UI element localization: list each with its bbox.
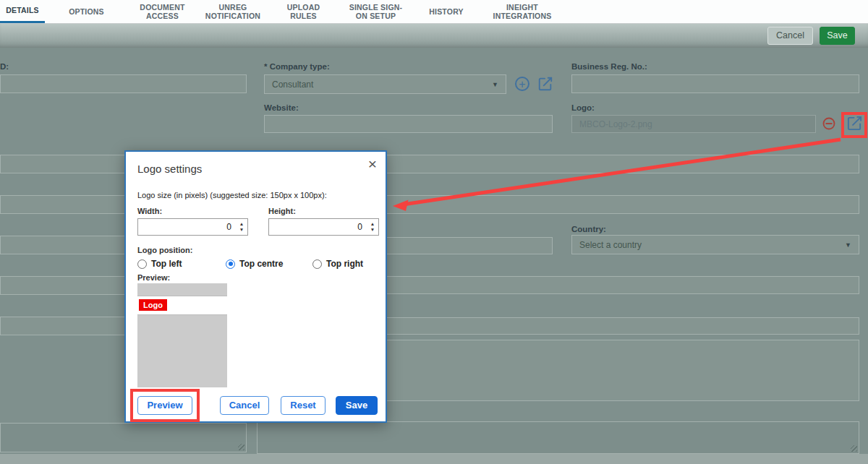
country-select[interactable]: Select a country ▼	[571, 235, 859, 254]
company-type-label: * Company type:	[264, 62, 330, 71]
radio-top-right[interactable]: Top right	[312, 259, 363, 269]
tab-options[interactable]: OPTIONS	[45, 0, 128, 23]
tab-history[interactable]: HISTORY	[414, 0, 479, 23]
left-textarea[interactable]	[0, 423, 247, 452]
logo-badge: Logo	[139, 299, 167, 311]
tab-bar: DETAILS OPTIONS DOCUMENT ACCESS UNREG NO…	[0, 0, 868, 24]
radio-circle-icon	[137, 259, 147, 269]
tab-ineight-integrations[interactable]: INEIGHT INTEGRATIONS	[479, 0, 566, 23]
logo-filename-value: MBCO-Logo-2.png	[579, 119, 652, 129]
dialog-title: Logo settings	[137, 163, 202, 175]
logo-size-label: Logo size (in pixels) (suggested size: 1…	[137, 191, 327, 199]
chevron-down-icon: ▼	[492, 81, 498, 88]
website-label: Website:	[264, 103, 299, 112]
page-toolbar: Cancel Save	[0, 24, 868, 48]
tab-document-access[interactable]: DOCUMENT ACCESS	[128, 0, 197, 23]
logo-settings-dialog: Logo settings × Logo size (in pixels) (s…	[124, 150, 387, 423]
preview-label: Preview:	[137, 273, 170, 282]
radio-circle-icon	[312, 259, 322, 269]
radio-label: Top right	[326, 259, 363, 269]
business-reg-input[interactable]	[571, 74, 859, 93]
resize-grip-icon[interactable]	[851, 445, 857, 452]
tab-upload-rules[interactable]: UPLOAD RULES	[269, 0, 338, 23]
remove-logo-icon[interactable]	[822, 116, 836, 131]
partial-field-label: D:	[0, 62, 9, 71]
close-icon[interactable]: ×	[368, 156, 377, 171]
edit-logo-icon[interactable]	[846, 115, 862, 131]
preview-button[interactable]: Preview	[137, 396, 192, 415]
height-spinner-arrows[interactable]: ▲▼	[367, 222, 378, 232]
logo-label: Logo:	[571, 103, 595, 112]
radio-label: Top left	[151, 259, 182, 269]
dialog-reset-button[interactable]: Reset	[281, 396, 326, 415]
country-value: Select a country	[579, 240, 642, 250]
height-label: Height:	[268, 207, 296, 215]
page-bottom-strip	[0, 454, 868, 464]
height-stepper[interactable]: 0 ▲▼	[268, 218, 379, 236]
logo-preview-band: Logo	[137, 296, 227, 315]
save-button[interactable]: Save	[820, 27, 855, 45]
right-textarea[interactable]	[257, 421, 859, 454]
dialog-cancel-button[interactable]: Cancel	[220, 396, 269, 415]
edit-company-type-icon[interactable]	[537, 76, 553, 92]
radio-top-left[interactable]: Top left	[137, 259, 182, 269]
logo-filename-input: MBCO-Logo-2.png	[571, 115, 816, 133]
height-value: 0	[269, 222, 367, 232]
width-value: 0	[138, 222, 236, 232]
width-stepper[interactable]: 0 ▲▼	[137, 218, 248, 236]
width-spinner-arrows[interactable]: ▲▼	[236, 222, 247, 232]
business-reg-label: Business Reg. No.:	[571, 62, 647, 71]
cancel-button[interactable]: Cancel	[767, 27, 813, 45]
radio-top-centre[interactable]: Top centre	[226, 259, 283, 269]
left-field-1-input[interactable]	[0, 74, 247, 93]
logo-preview: Logo	[137, 283, 227, 387]
company-type-value: Consultant	[272, 80, 313, 90]
resize-grip-icon[interactable]	[238, 444, 244, 450]
company-type-select[interactable]: Consultant ▼	[264, 74, 506, 94]
country-label: Country:	[571, 225, 606, 233]
chevron-down-icon: ▼	[845, 241, 851, 249]
tab-single-sign-on-setup[interactable]: SINGLE SIGN-ON SETUP	[338, 0, 414, 23]
logo-position-label: Logo position:	[137, 246, 192, 254]
radio-label: Top centre	[239, 259, 283, 269]
tab-details[interactable]: DETAILS	[0, 0, 45, 23]
radio-selected-icon	[226, 259, 235, 269]
add-company-type-icon[interactable]: +	[515, 77, 529, 91]
dialog-save-button[interactable]: Save	[336, 396, 378, 415]
width-label: Width:	[137, 207, 162, 215]
website-input[interactable]	[264, 115, 553, 133]
tab-unreg-notification[interactable]: UNREG NOTIFICATION	[197, 0, 269, 23]
